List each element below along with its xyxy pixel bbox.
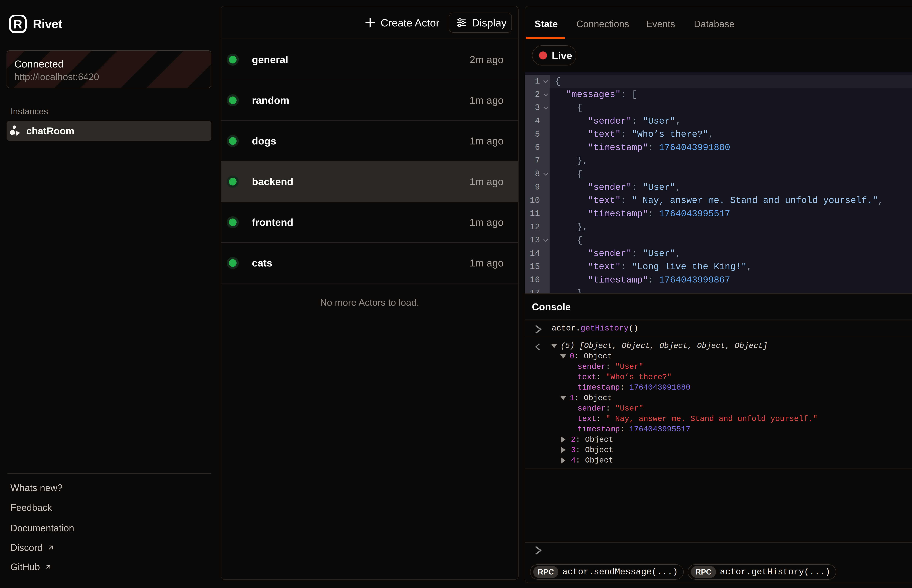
svg-text:R: R [13,18,22,31]
